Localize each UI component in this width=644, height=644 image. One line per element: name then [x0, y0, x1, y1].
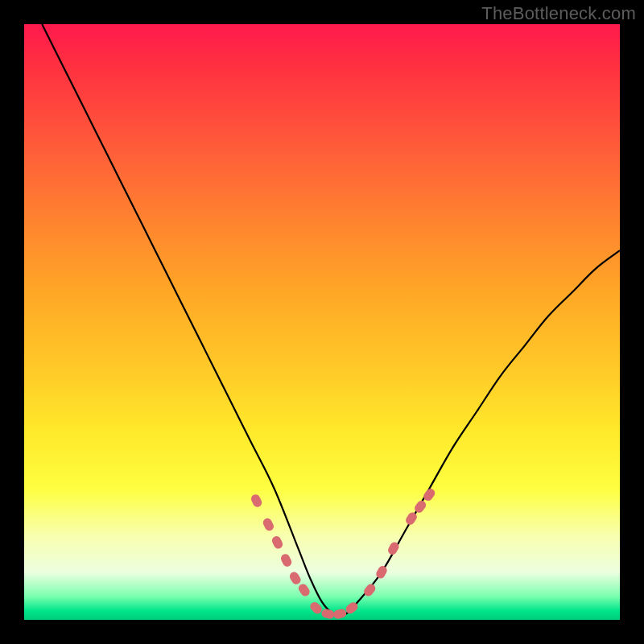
- curve-marker: [250, 493, 263, 508]
- curve-marker: [297, 582, 312, 597]
- curve-marker: [288, 571, 303, 586]
- curve-marker: [422, 487, 436, 502]
- marker-group: [250, 487, 436, 620]
- plot-area: [24, 24, 620, 620]
- curve-marker: [332, 608, 347, 620]
- watermark-text: TheBottleneck.com: [481, 3, 636, 24]
- chart-frame: TheBottleneck.com: [0, 0, 644, 644]
- curve-marker: [404, 510, 419, 526]
- curve-marker: [279, 552, 293, 568]
- curve-marker: [270, 535, 284, 550]
- curve-layer: [24, 24, 620, 620]
- curve-marker: [262, 517, 275, 532]
- curve-marker: [374, 564, 388, 580]
- bottleneck-curve: [42, 24, 620, 616]
- curve-marker: [320, 608, 335, 620]
